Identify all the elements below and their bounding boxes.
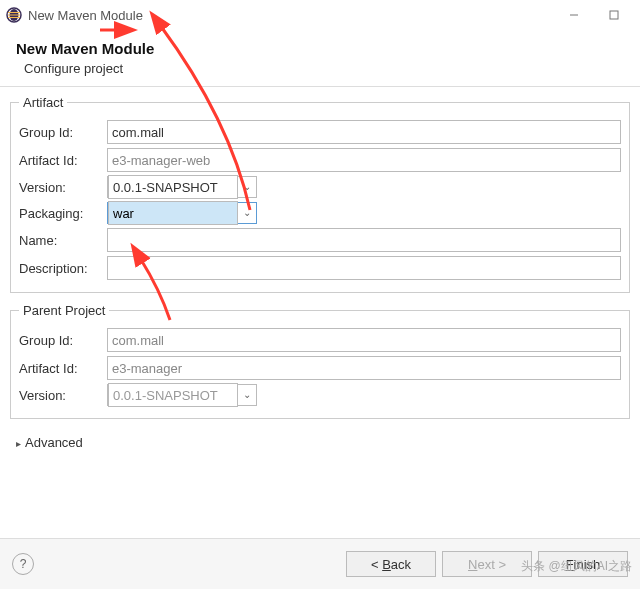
wizard-footer: ? < Back Next > Finish [0,538,640,589]
back-button[interactable]: < Back [346,551,436,577]
svg-rect-2 [8,12,20,13]
artifact-group: Artifact Group Id: Artifact Id: Version:… [10,95,630,293]
artifact-legend: Artifact [19,95,67,110]
parent-version-label: Version: [19,388,107,403]
group-id-input[interactable] [107,120,621,144]
window-title: New Maven Module [28,8,554,23]
version-combo[interactable]: ⌄ [107,176,257,198]
packaging-combo[interactable]: ⌄ [107,202,257,224]
packaging-label: Packaging: [19,206,107,221]
page-subtitle: Configure project [24,61,624,76]
description-label: Description: [19,261,107,276]
version-input[interactable] [108,175,238,199]
chevron-down-icon[interactable]: ⌄ [238,177,256,197]
eclipse-icon [6,7,22,23]
artifact-id-input [107,148,621,172]
chevron-down-icon[interactable]: ⌄ [238,203,256,223]
parent-artifact-id-input [107,356,621,380]
svg-rect-6 [610,11,618,19]
help-icon[interactable]: ? [12,553,34,575]
parent-group-id-label: Group Id: [19,333,107,348]
parent-artifact-id-label: Artifact Id: [19,361,107,376]
version-label: Version: [19,180,107,195]
parent-version-combo: ⌄ [107,384,257,406]
parent-version-input [108,383,238,407]
description-input[interactable] [107,256,621,280]
page-title: New Maven Module [16,40,624,57]
parent-project-group: Parent Project Group Id: Artifact Id: Ve… [10,303,630,419]
artifact-id-label: Artifact Id: [19,153,107,168]
finish-button[interactable]: Finish [538,551,628,577]
minimize-button[interactable] [554,1,594,29]
svg-rect-3 [8,15,20,16]
parent-group-id-input [107,328,621,352]
advanced-label: Advanced [25,435,83,450]
name-input[interactable] [107,228,621,252]
advanced-expander[interactable]: ▸Advanced [10,429,630,456]
maximize-button[interactable] [594,1,634,29]
group-id-label: Group Id: [19,125,107,140]
next-button: Next > [442,551,532,577]
svg-rect-4 [8,17,20,18]
wizard-header: New Maven Module Configure project [0,30,640,87]
window-titlebar: New Maven Module [0,0,640,30]
name-label: Name: [19,233,107,248]
parent-legend: Parent Project [19,303,109,318]
chevron-down-icon: ⌄ [238,385,256,405]
packaging-input[interactable] [108,201,238,225]
triangle-right-icon: ▸ [16,438,21,449]
